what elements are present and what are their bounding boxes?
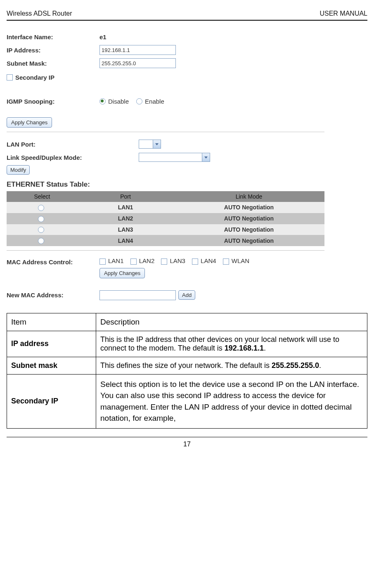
desc-text: Select this option is to let the device … <box>96 374 367 428</box>
ip-address-label: IP Address: <box>7 47 99 54</box>
apply-changes-button-2[interactable]: Apply Changes <box>99 268 145 278</box>
link-speed-select[interactable] <box>139 153 210 162</box>
lan-port-select[interactable] <box>139 140 161 149</box>
eth-col-port: Port <box>78 191 173 202</box>
desc-item: Secondary IP <box>7 374 96 428</box>
interface-name-value: e1 <box>99 33 107 40</box>
eth-row-radio[interactable] <box>38 205 44 211</box>
new-mac-input[interactable] <box>99 290 176 300</box>
mac-control-label: MAC Address Control: <box>7 257 99 266</box>
mac-control-options: LAN1 LAN2 LAN3 LAN4 WLAN Apply Changes <box>99 257 249 278</box>
header-left: Wireless ADSL Router <box>7 10 72 17</box>
page-number: 17 <box>7 437 367 448</box>
eth-col-select: Select <box>7 191 78 202</box>
table-row: LAN3 AUTO Negotiation <box>7 224 324 235</box>
chevron-down-icon <box>153 140 161 149</box>
chevron-down-icon <box>202 153 210 162</box>
ethernet-table-title: ETHERNET Status Table: <box>7 180 324 189</box>
secondary-ip-checkbox[interactable] <box>7 74 13 81</box>
new-mac-label: New MAC Address: <box>7 292 99 299</box>
mac-wlan-checkbox[interactable] <box>223 258 229 265</box>
ethernet-status-table: Select Port Link Mode LAN1 AUTO Negotiat… <box>7 191 324 246</box>
ip-address-input[interactable] <box>99 45 176 55</box>
subnet-mask-input[interactable] <box>99 58 176 68</box>
igmp-snooping-label: IGMP Snooping: <box>7 98 99 105</box>
mac-lan4-checkbox[interactable] <box>192 258 198 265</box>
eth-col-mode: Link Mode <box>173 191 324 202</box>
modify-button[interactable]: Modify <box>7 165 30 175</box>
divider <box>7 250 324 251</box>
eth-row-radio[interactable] <box>38 216 44 222</box>
desc-item: IP address <box>7 331 96 357</box>
igmp-disable-label: Disable <box>108 98 129 105</box>
add-button[interactable]: Add <box>178 290 195 300</box>
eth-row-radio[interactable] <box>38 227 44 233</box>
mac-lan2-checkbox[interactable] <box>130 258 137 265</box>
table-row: LAN2 AUTO Negotiation <box>7 213 324 224</box>
desc-text: This is the IP address that other device… <box>96 331 367 357</box>
divider <box>7 132 324 132</box>
secondary-ip-label: Secondary IP <box>15 74 54 81</box>
igmp-enable-label: Enable <box>145 98 164 105</box>
table-row: LAN1 AUTO Negotiation <box>7 202 324 213</box>
desc-head-item: Item <box>7 313 96 331</box>
apply-changes-button[interactable]: Apply Changes <box>7 117 52 128</box>
mac-lan1-checkbox[interactable] <box>99 258 106 265</box>
subnet-mask-label: Subnet Mask: <box>7 60 99 67</box>
desc-text: This defines the size of your network. T… <box>96 357 367 374</box>
interface-name-label: Interface Name: <box>7 33 99 40</box>
desc-head-desc: Description <box>96 313 367 331</box>
page-header: Wireless ADSL Router USER MANUAL <box>7 8 367 21</box>
header-right: USER MANUAL <box>320 10 367 17</box>
lan-config-panel: Interface Name: e1 IP Address: Subnet Ma… <box>7 31 324 301</box>
lan-port-label: LAN Port: <box>7 141 139 148</box>
mac-lan3-checkbox[interactable] <box>161 258 167 265</box>
description-table: Item Description IP address This is the … <box>7 313 367 429</box>
desc-item: Subnet mask <box>7 357 96 374</box>
igmp-disable-radio[interactable] <box>99 98 106 104</box>
igmp-enable-radio[interactable] <box>136 98 142 104</box>
eth-row-radio[interactable] <box>38 238 44 244</box>
link-speed-label: Link Speed/Duplex Mode: <box>7 154 139 161</box>
table-row: LAN4 AUTO Negotiation <box>7 235 324 246</box>
